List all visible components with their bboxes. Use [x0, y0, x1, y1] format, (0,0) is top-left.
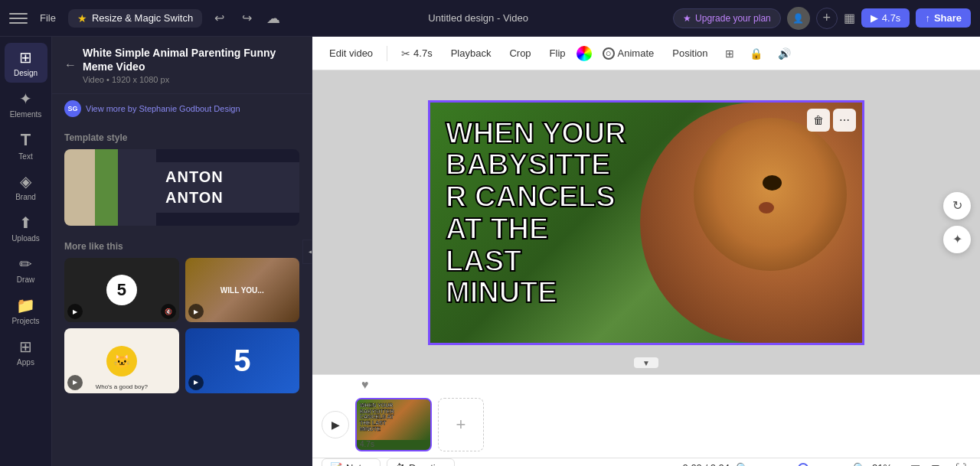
canvas-right-actions: ↻ ✦ — [943, 192, 971, 253]
heart-icon: ♥ — [361, 378, 369, 392]
add-clip-button[interactable]: + — [438, 398, 484, 451]
template-preview[interactable]: ANTON ANTON — [64, 149, 299, 226]
view-buttons: ▣ ⊞ — [906, 460, 945, 467]
top-nav: File ★ Resize & Magic Switch ↩ ↪ ☁ Untit… — [0, 0, 980, 37]
share-icon: ↑ — [925, 12, 930, 24]
thumb3-play-icon[interactable]: ▶ — [67, 375, 83, 390]
thumb4-play-icon[interactable]: ▶ — [188, 375, 204, 390]
hamburger-menu[interactable] — [9, 9, 28, 28]
expand-button[interactable]: ⛶ — [951, 460, 971, 467]
edit-video-button[interactable]: Edit video — [322, 44, 381, 62]
template-text-block: ANTON ANTON — [156, 162, 299, 213]
magic-switch-label: Resize & Magic Switch — [92, 12, 193, 24]
template-thumb-4[interactable]: 5 ▶ — [185, 328, 300, 393]
share-button[interactable]: ↑ Share — [916, 8, 971, 28]
timeline-clip-1[interactable]: WHEN YOUR BABYSITTER CANCELS AT THE LAST… — [355, 398, 432, 451]
sidebar-item-design[interactable]: ⊞ Design — [5, 43, 47, 83]
timeline: ♥ ▶ WHEN YOUR BABYSITTER CANCELS AT THE … — [312, 374, 980, 466]
clip-meme-text: WHEN YOUR BABYSITTER CANCELS AT THE LAST… — [360, 402, 406, 432]
scissors-icon: ✂ — [401, 47, 410, 60]
flip-button[interactable]: Flip — [542, 44, 573, 62]
crop-button[interactable]: Crop — [501, 44, 538, 62]
lion-eye — [763, 175, 782, 191]
thumb4-number: 5 — [234, 344, 250, 378]
projects-icon: 📁 — [16, 296, 35, 314]
upgrade-label: Upgrade your plan — [695, 13, 771, 24]
sidebar-item-brand[interactable]: ◈ Brand — [5, 167, 47, 207]
delete-button[interactable]: 🗑 — [807, 109, 830, 132]
magic-switch-button[interactable]: ★ Resize & Magic Switch — [68, 9, 202, 28]
zoom-percent: 31% — [872, 462, 900, 466]
scissors-time-button[interactable]: ✂ 4.7s — [394, 44, 440, 63]
animate-button[interactable]: ○ Animate — [595, 44, 662, 63]
magic-button[interactable]: ✦ — [943, 226, 971, 253]
lion-nose — [759, 202, 774, 213]
more-options-button[interactable]: ⋯ — [833, 109, 856, 132]
zoom-out-icon[interactable]: 🔍 — [736, 462, 749, 467]
playback-button[interactable]: Playback — [443, 44, 499, 62]
duration-button[interactable]: ⏱ Duration — [387, 458, 455, 466]
thumb2-play-icon[interactable]: ▶ — [188, 304, 204, 319]
canvas-overlay-toolbar: 🗑 ⋯ — [807, 109, 856, 132]
template-bar-green — [95, 149, 118, 226]
elements-icon: ✦ — [19, 90, 32, 108]
template-style-header: Template style — [52, 126, 312, 149]
sidebar-label-text: Text — [18, 152, 32, 161]
add-button[interactable]: + — [816, 8, 838, 29]
timecode: 0:00 / 0:04 — [683, 462, 730, 466]
template-thumb-2[interactable]: WILL YOU... ▶ — [185, 258, 300, 322]
canvas-collapse-bar[interactable]: ▼ — [634, 357, 658, 368]
sidebar-label-apps: Apps — [17, 358, 34, 367]
sidebar-item-elements[interactable]: ✦ Elements — [5, 84, 47, 124]
canvas-frame[interactable]: WHEN YOUR BABYSITTER CANCELS AT THE LAST… — [428, 100, 864, 345]
avatar[interactable]: 👤 — [787, 7, 810, 30]
sidebar-label-elements: Elements — [10, 110, 42, 119]
grid-button[interactable]: ⊞ — [719, 44, 740, 63]
notes-label: Notes — [346, 462, 372, 466]
animate-label: Animate — [618, 47, 655, 59]
template-grid: 5 ▶ 🔇 WILL YOU... ▶ 🐱 Who's a good boy? … — [52, 258, 312, 402]
redo-button[interactable]: ↪ — [236, 8, 257, 29]
upgrade-button[interactable]: ★ Upgrade your plan — [673, 8, 781, 28]
author-avatar: SG — [64, 100, 81, 117]
duration-icon: ⏱ — [395, 462, 405, 466]
grid-view-button[interactable]: ▣ — [906, 460, 925, 467]
template-thumb-1[interactable]: 5 ▶ 🔇 — [64, 258, 179, 322]
sidebar-item-projects[interactable]: 📁 Projects — [5, 291, 47, 331]
template-text-line-1: ANTON — [165, 168, 290, 186]
chart-icon[interactable]: ▦ — [844, 11, 855, 25]
thumb3-inner: 🐱 — [106, 346, 137, 376]
file-menu[interactable]: File — [34, 9, 62, 27]
design-icon: ⊞ — [19, 48, 32, 67]
document-title: Untitled design - Video — [428, 12, 528, 24]
position-button[interactable]: Position — [665, 44, 715, 62]
sidebar-item-uploads[interactable]: ⬆ Uploads — [5, 208, 47, 248]
undo-button[interactable]: ↩ — [208, 8, 230, 29]
zoom-in-icon[interactable]: 🔍 — [853, 462, 866, 467]
panel-header: ← White Simple Animal Parenting Funny Me… — [52, 37, 312, 94]
sidebar-item-draw[interactable]: ✏ Draw — [5, 249, 47, 289]
sidebar-item-text[interactable]: T Text — [5, 125, 47, 165]
lock-button[interactable]: 🔒 — [743, 44, 769, 63]
preview-play-button[interactable]: ▶ 4.7s — [861, 8, 910, 28]
volume-button[interactable]: 🔊 — [772, 44, 797, 63]
panel-collapse-button[interactable]: ◀ — [302, 240, 312, 264]
template-thumb-3[interactable]: 🐱 Who's a good boy? ▶ — [64, 328, 179, 393]
clip-duration: 4.7s — [360, 440, 374, 448]
panel-back-button[interactable]: ← — [64, 58, 77, 72]
panel-title: White Simple Animal Parenting Funny Meme… — [83, 46, 299, 73]
sidebar-label-uploads: Uploads — [11, 234, 40, 243]
list-view-button[interactable]: ⊞ — [926, 460, 945, 467]
notes-button[interactable]: 📝 Notes — [322, 458, 381, 466]
meme-text: WHEN YOUR BABYSITTER CANCELS AT THE LAST… — [446, 118, 629, 310]
cloud-save-icon: ☁ — [266, 10, 280, 27]
canvas-toolbar: Edit video ✂ 4.7s Playback Crop Flip ○ A… — [312, 37, 980, 70]
sidebar-label-projects: Projects — [11, 317, 39, 325]
author-link[interactable]: View more by Stephanie Godbout Design — [86, 104, 240, 113]
color-picker-button[interactable] — [577, 46, 592, 61]
thumb1-sound-icon[interactable]: 🔇 — [161, 304, 176, 319]
refresh-button[interactable]: ↻ — [943, 192, 971, 220]
sidebar-item-apps[interactable]: ⊞ Apps — [5, 332, 47, 372]
timeline-play-button[interactable]: ▶ — [322, 411, 349, 438]
panel-title-block: White Simple Animal Parenting Funny Meme… — [83, 46, 299, 84]
